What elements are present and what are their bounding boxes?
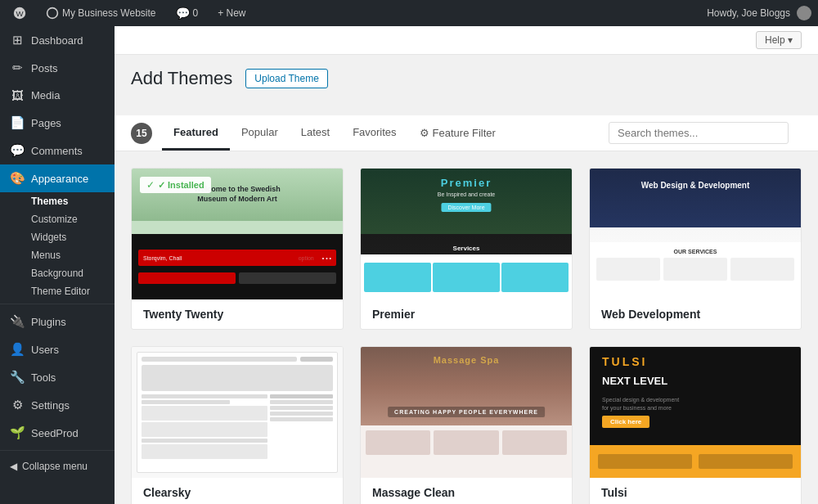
checkmark-icon: ✓ — [146, 179, 155, 191]
menus-label: Menus — [31, 250, 61, 261]
feature-filter-label: Feature Filter — [433, 127, 496, 139]
sidebar-item-comments[interactable]: 💬 Comments — [0, 137, 115, 164]
filter-bar: 15 Featured Popular Latest Favorites ⚙ F… — [115, 115, 818, 151]
admin-bar-left: W My Business Website 💬 0 + New — [7, 0, 707, 26]
seedprod-icon: 🌱 — [10, 425, 25, 440]
sidebar-label-dashboard: Dashboard — [31, 34, 83, 47]
sidebar-sub-theme-editor[interactable]: Theme Editor — [0, 282, 115, 300]
sidebar-item-seedprod[interactable]: 🌱 SeedProd — [0, 419, 115, 447]
sidebar-label-tools: Tools — [31, 371, 56, 384]
latest-tab-label: Latest — [301, 126, 330, 138]
page-title: Add Themes — [131, 68, 232, 89]
sidebar-label-posts: Posts — [31, 62, 58, 74]
sidebar-item-appearance[interactable]: 🎨 Appearance — [0, 164, 115, 192]
svg-text:W: W — [16, 9, 24, 18]
customize-label: Customize — [31, 214, 78, 225]
help-button[interactable]: Help ▾ — [756, 31, 802, 49]
sidebar-sub-customize[interactable]: Customize — [0, 210, 115, 228]
installed-badge: ✓ ✓ Installed — [140, 177, 211, 193]
background-label: Background — [31, 268, 83, 279]
popular-tab-label: Popular — [241, 126, 278, 138]
sidebar-item-settings[interactable]: ⚙ Settings — [0, 391, 115, 419]
sidebar-sub-widgets[interactable]: Widgets — [0, 228, 115, 246]
pages-icon: 📄 — [10, 115, 25, 130]
help-label: Help ▾ — [765, 34, 793, 46]
feature-filter-button[interactable]: ⚙ Feature Filter — [408, 117, 507, 149]
sidebar-divider-2 — [0, 450, 115, 451]
comment-icon: 💬 — [176, 7, 190, 20]
upload-theme-button[interactable]: Upload Theme — [245, 69, 328, 88]
comments-button[interactable]: 💬 0 — [169, 0, 205, 26]
theme-info-massage-clean: Massage Clean — [361, 478, 572, 504]
collapse-menu-button[interactable]: ◀ Collapse menu — [0, 454, 115, 479]
site-name-button[interactable]: My Business Website — [39, 0, 163, 26]
help-bar: Help ▾ — [115, 26, 818, 55]
search-box — [596, 115, 802, 151]
sidebar-item-media[interactable]: 🖼 Media — [0, 82, 115, 109]
theme-thumb-twenty-twenty: Welcome to the SwedishMuseum of Modern A… — [132, 169, 343, 299]
collapse-menu-label: Collapse menu — [22, 461, 88, 472]
avatar[interactable] — [797, 6, 811, 20]
theme-thumb-premier: Premier Be Inspired and create Discover … — [361, 169, 572, 299]
sidebar-sub-background[interactable]: Background — [0, 264, 115, 282]
comments-icon: 💬 — [10, 143, 25, 158]
theme-info-twenty-twenty: Twenty Twenty — [132, 299, 343, 329]
media-icon: 🖼 — [10, 88, 25, 102]
installed-label: ✓ Installed — [158, 180, 204, 191]
filter-tab-featured[interactable]: Featured — [162, 116, 230, 151]
page-header: Add Themes Upload Theme — [131, 68, 802, 89]
sidebar-item-posts[interactable]: ✏ Posts — [0, 54, 115, 82]
filter-tab-latest[interactable]: Latest — [290, 116, 341, 151]
theme-card-premier[interactable]: Premier Be Inspired and create Discover … — [360, 168, 573, 330]
sidebar-item-users[interactable]: 👤 Users — [0, 335, 115, 363]
appearance-icon: 🎨 — [10, 171, 25, 186]
theme-card-massage-clean[interactable]: Massage Spa CREATING HAPPY PEOPLE EVERYW… — [360, 346, 573, 504]
sidebar-item-dashboard[interactable]: ⊞ Dashboard — [0, 26, 115, 54]
theme-info-tulsi: Tulsi — [590, 478, 801, 504]
sidebar-divider-1 — [0, 304, 115, 304]
search-input[interactable] — [609, 122, 789, 144]
themes-grid: Welcome to the SwedishMuseum of Modern A… — [115, 151, 818, 504]
wp-logo-button[interactable]: W — [7, 0, 33, 26]
themes-label: Themes — [31, 196, 68, 207]
theme-name-clearsky: Clearsky — [143, 486, 191, 499]
howdy-text: Howdy, Joe Bloggs — [707, 7, 790, 19]
theme-thumb-tulsi: TULSI NEXT LEVEL Special design & develo… — [590, 347, 801, 478]
sidebar-item-pages[interactable]: 📄 Pages — [0, 109, 115, 137]
filter-tab-favorites[interactable]: Favorites — [341, 116, 407, 151]
sidebar-sub-themes[interactable]: Themes — [0, 192, 115, 210]
settings-icon: ⚙ — [10, 398, 25, 412]
admin-bar: W My Business Website 💬 0 + New Howdy, J… — [0, 0, 818, 26]
sidebar-label-media: Media — [31, 89, 60, 101]
theme-card-tulsi[interactable]: TULSI NEXT LEVEL Special design & develo… — [589, 346, 802, 504]
theme-name-web-development: Web Development — [601, 308, 700, 321]
theme-thumb-web-development: Web Design & Development OUR SERVICES — [590, 169, 801, 299]
theme-editor-label: Theme Editor — [31, 286, 90, 297]
sidebar: ⊞ Dashboard ✏ Posts 🖼 Media 📄 Pages 💬 Co… — [0, 26, 115, 504]
admin-bar-right: Howdy, Joe Bloggs — [707, 6, 811, 20]
filter-tab-popular[interactable]: Popular — [230, 116, 290, 151]
theme-info-web-development: Web Development — [590, 299, 801, 329]
theme-name-twenty-twenty: Twenty Twenty — [143, 308, 223, 321]
theme-info-premier: Premier — [361, 299, 572, 329]
sidebar-label-appearance: Appearance — [31, 173, 88, 185]
sidebar-sub-menus[interactable]: Menus — [0, 246, 115, 264]
sidebar-item-plugins[interactable]: 🔌 Plugins — [0, 308, 115, 335]
theme-card-clearsky[interactable]: Clearsky — [131, 346, 344, 504]
sidebar-label-seedprod: SeedProd — [31, 427, 79, 439]
sidebar-item-tools[interactable]: 🔧 Tools — [0, 363, 115, 391]
gear-icon: ⚙ — [420, 127, 429, 139]
sidebar-label-settings: Settings — [31, 399, 70, 412]
tools-icon: 🔧 — [10, 370, 25, 385]
main-content: Help ▾ Add Themes Upload Theme 15 Featur… — [115, 26, 818, 504]
new-button[interactable]: + New — [211, 0, 252, 26]
theme-thumb-massage-clean: Massage Spa CREATING HAPPY PEOPLE EVERYW… — [361, 347, 572, 478]
theme-card-twenty-twenty[interactable]: Welcome to the SwedishMuseum of Modern A… — [131, 168, 344, 330]
site-name-label: My Business Website — [62, 7, 156, 19]
dashboard-icon: ⊞ — [10, 33, 25, 47]
new-label: + New — [218, 7, 245, 19]
theme-name-massage-clean: Massage Clean — [372, 486, 455, 499]
theme-name-tulsi: Tulsi — [601, 486, 627, 499]
content-header-area: Add Themes Upload Theme — [115, 55, 818, 115]
theme-card-web-development[interactable]: Web Design & Development OUR SERVICES We — [589, 168, 802, 330]
